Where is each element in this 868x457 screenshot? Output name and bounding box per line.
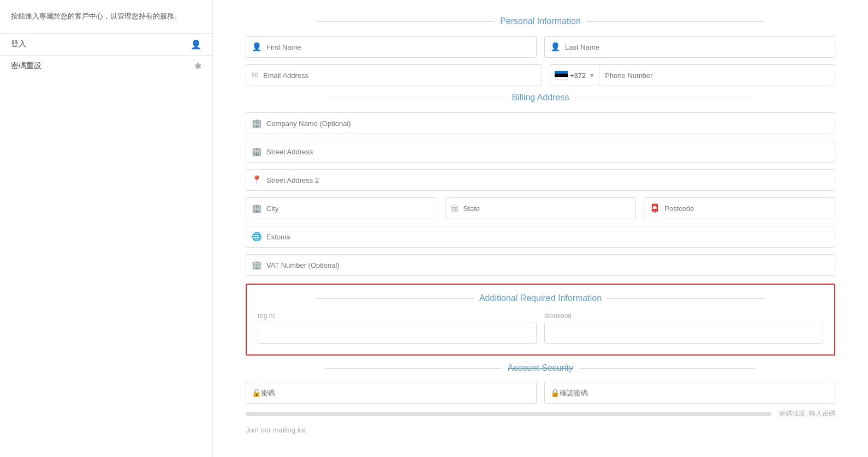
mailing-list-text: Join our mailing list [246,426,835,434]
street-icon: 🏢 [252,147,262,157]
person-icon: 👤 [252,42,262,52]
lock-icon: 🔒 [252,388,261,397]
city-state-postcode-row: 🏢 🏛 📮 [246,197,835,219]
confirm-password-input[interactable] [560,389,829,397]
first-name-field: 👤 [246,36,537,58]
reg-nr-label: reg nr. [258,312,537,320]
password-strength-row: 密碼強度: 輸入密碼 [246,409,835,418]
street2-field: 📍 [246,169,835,191]
dropdown-arrow-icon: ▼ [589,73,594,79]
sidebar-reset-label: 密碼重設 [11,61,41,71]
city-field: 🏢 [246,197,437,219]
vat-icon: 🏢 [252,260,262,270]
password-input[interactable] [261,389,531,397]
sidebar-item-login[interactable]: 登入 👤 [0,33,212,55]
last-name-field: 👤 [544,36,835,58]
postcode-field: 📮 [644,197,835,219]
phone-input[interactable] [599,71,835,80]
state-field: 🏛 [445,197,637,219]
city-icon: 🏢 [252,203,262,213]
sidebar-login-label: 登入 [11,39,26,49]
main-content: Personal Information 👤 👤 ✉ [213,0,868,457]
password-field: 🔒 [246,382,537,404]
email-input[interactable] [263,71,536,80]
strength-label: 密碼強度: 輸入密碼 [779,409,835,418]
postcode-input[interactable] [664,205,829,213]
isikukood-input[interactable] [544,322,823,344]
company-field: 🏢 [246,112,835,134]
phone-flag-selector[interactable]: +372 ▼ [550,65,599,86]
estonia-flag [555,71,568,80]
country-field: 🌐 [246,226,835,248]
vat-row: 🏢 [246,254,835,276]
company-input[interactable] [266,119,829,128]
contact-row: ✉ +372 ▼ [246,64,835,86]
password-row: 🔒 🔒 [246,382,835,404]
building-icon: 🏢 [252,118,262,128]
street2-input[interactable] [266,176,829,184]
confirm-password-field: 🔒 [544,382,835,404]
billing-section: Billing Address 🏢 🏢 📍 [246,93,835,276]
reg-nr-group: reg nr. [258,312,537,344]
lock-icon-2: 🔒 [550,388,560,397]
state-icon: 🏛 [451,204,459,213]
billing-address-title: Billing Address [246,93,835,103]
phone-field: +372 ▼ [550,64,835,86]
name-row: 👤 👤 [246,36,835,58]
state-input[interactable] [463,205,631,213]
globe-icon: 🌐 [252,232,262,242]
asterisk-icon: ✱ [194,61,201,71]
additional-info-title: Additional Required Information [258,293,823,303]
isikukood-group: isikukood [544,312,823,344]
strength-bar [246,412,771,416]
vat-field: 🏢 [246,254,835,276]
sidebar-description: 按鈕進入專屬於您的客戶中心，以管理您持有的服務。 [0,11,212,33]
reg-nr-input[interactable] [258,322,537,344]
phone-code: +372 [570,71,586,80]
sidebar-item-reset-password[interactable]: 密碼重設 ✱ [0,55,212,77]
additional-info-section: Additional Required Information reg nr. … [246,284,835,356]
vat-input[interactable] [266,261,829,269]
last-name-input[interactable] [565,43,829,51]
sidebar: 按鈕進入專屬於您的客戶中心，以管理您持有的服務。 登入 👤 密碼重設 ✱ [0,0,213,457]
isikukood-label: isikukood [544,312,823,320]
envelope-icon: ✉ [252,70,259,80]
first-name-input[interactable] [266,43,531,51]
postcode-icon: 📮 [650,203,660,213]
country-input[interactable] [266,233,829,241]
location-icon: 📍 [252,175,262,185]
account-security-title: Account Security [246,363,835,373]
city-input[interactable] [266,205,431,213]
additional-fields-row: reg nr. isikukood [258,312,823,344]
person-icon-2: 👤 [550,42,561,52]
email-field: ✉ [246,64,542,86]
country-row: 🌐 [246,226,835,248]
user-icon: 👤 [191,39,201,50]
personal-info-title: Personal Information [246,16,835,26]
street1-input[interactable] [266,148,829,156]
street2-row: 📍 [246,169,835,191]
street1-field: 🏢 [246,141,835,163]
street1-row: 🏢 [246,141,835,163]
company-row: 🏢 [246,112,835,134]
